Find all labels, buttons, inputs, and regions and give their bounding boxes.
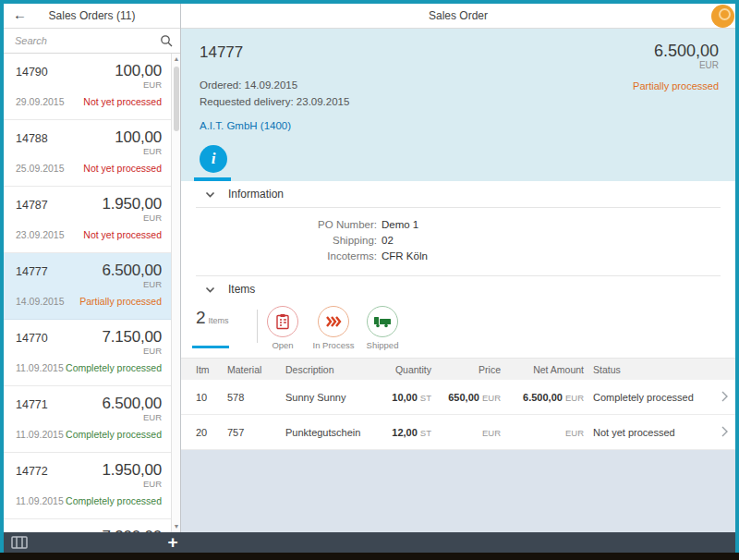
detail-header-bar: Sales Order [181,4,735,29]
section-title: Information [228,188,284,201]
scroll-down-icon[interactable]: ▼ [173,523,180,530]
customer-link[interactable]: A.I.T. GmbH (1400) [200,120,291,131]
field-label: Shipping: [181,233,377,249]
sales-order-list: 14790100,00 EUR 29.09.2015Not yet proces… [4,54,171,532]
search-input[interactable] [15,35,160,46]
scroll-up-icon[interactable]: ▲ [173,55,180,63]
table-row-item-20[interactable]: 20 757 Punktegutschein 12,00 ST EUR EUR … [181,415,735,450]
footer-bar: + [4,532,735,553]
toggle-fullscreen-icon[interactable] [11,536,28,549]
order-date: 11.09.2015 [16,495,64,506]
chevron-right-icon [721,391,728,402]
cell-quantity: 12,00 ST [378,427,431,438]
col-quantity: Quantity [378,364,431,375]
items-count-label: Items [209,316,229,325]
device-frame: ← Sales Orders (11) 14790100,00 EUR 29.0… [0,0,739,560]
master-panel: ← Sales Orders (11) 14790100,00 EUR 29.0… [4,4,181,532]
tab-information[interactable]: i [200,145,227,173]
cell-net-amount: 6.500,00 EUR [501,392,584,403]
selected-filter-indicator [192,346,229,348]
order-amount: 1.950,00 [102,195,162,213]
truck-icon [373,315,392,329]
user-avatar[interactable] [711,5,734,28]
order-amount: 100,00 [115,128,162,147]
cell-itm: 10 [196,392,227,403]
section-header-information[interactable]: Information [181,181,735,207]
filter-all-items[interactable]: 2Items [196,308,240,328]
order-amount: 100,00 [115,62,162,80]
list-item-14790[interactable]: 14790100,00 EUR 29.09.2015Not yet proces… [4,54,171,120]
cell-description: Punktegutschein [285,427,378,438]
list-item-partial[interactable]: 147737.300,00 [4,519,171,532]
object-status: Partially processed [633,80,719,91]
cell-status: Completely processed [584,392,708,403]
items-table: Itm Material Description Quantity Price … [181,359,735,450]
selected-tab-indicator [194,177,231,181]
order-amount: 6.500,00 [102,262,162,280]
col-itm: Itm [196,364,227,375]
order-currency: EUR [16,79,162,90]
information-form: PO Number:Demo 1 Shipping:02 Incoterms:C… [181,208,735,275]
table-row-item-10[interactable]: 10 578 Sunny Sunny 10,00 ST 650,00 EUR 6… [181,380,735,415]
order-status: Completely processed [66,362,162,373]
cell-price: 650,00 EUR [431,392,501,403]
order-date: 11.09.2015 [16,429,64,440]
field-label: PO Number: [181,217,377,233]
back-icon[interactable]: ← [13,6,27,22]
filter-shipped[interactable]: Shipped [357,306,408,350]
order-id: 14772 [16,465,48,478]
cell-itm: 20 [196,427,227,438]
app-window: ← Sales Orders (11) 14790100,00 EUR 29.0… [4,4,735,553]
order-date: 23.09.2015 [16,229,65,240]
order-id: 14787 [16,199,48,212]
col-description: Description [285,364,378,375]
cell-material: 578 [227,392,285,403]
chevron-right-icon [721,426,728,437]
device-bezel [0,553,739,560]
col-status: Status [584,364,708,375]
field-value: 02 [382,233,394,249]
field-value: CFR Köln [382,249,428,264]
order-amount: 7.150,00 [102,328,162,347]
search-icon[interactable] [160,34,173,47]
detail-empty-area [181,450,735,532]
object-header: 14777 6.500,00 EUR Partially processed O… [181,29,735,181]
order-date: 14.09.2015 [16,296,65,307]
cell-net-amount: EUR [501,427,584,438]
order-id: 14770 [16,332,48,345]
chevrons-icon [325,315,342,328]
order-currency: EUR [16,146,162,156]
filter-in-process[interactable]: In Process [308,306,359,350]
list-item-14772[interactable]: 147721.950,00 EUR 11.09.2015Completely p… [4,453,171,519]
cell-quantity: 10,00 ST [378,392,431,403]
cell-status: Not yet processed [584,427,708,438]
list-item-14777-selected[interactable]: 147776.500,00 EUR 14.09.2015Partially pr… [4,253,171,320]
filter-open[interactable]: Open [257,306,309,350]
order-date: 11.09.2015 [16,362,64,373]
object-title: 14777 [200,43,719,62]
master-title: Sales Orders (11) [49,9,136,22]
scroll-thumb[interactable] [174,67,179,131]
list-item-14771[interactable]: 147716.500,00 EUR 11.09.2015Completely p… [4,386,171,453]
items-filter-bar: 2Items Open [181,302,735,358]
master-header: ← Sales Orders (11) [4,4,180,29]
requested-delivery-date: Requested delivery: 23.09.2015 [200,96,349,107]
order-status: Partially processed [79,296,162,307]
clipboard-icon [275,313,290,330]
add-order-button[interactable]: + [163,531,183,553]
col-material: Material [227,364,285,375]
chevron-down-icon [205,285,215,295]
order-date: 25.09.2015 [16,163,65,174]
order-currency: EUR [16,279,162,289]
list-item-14770[interactable]: 147707.150,00 EUR 11.09.2015Completely p… [4,320,171,386]
list-item-14787[interactable]: 147871.950,00 EUR 23.09.2015Not yet proc… [4,187,171,253]
list-item-14788[interactable]: 14788100,00 EUR 25.09.2015Not yet proces… [4,120,171,187]
field-label: Incoterms: [181,249,377,264]
order-status: Not yet processed [83,96,162,107]
section-header-items[interactable]: Items [181,276,735,302]
order-amount: 1.950,00 [102,461,162,480]
order-id: 14771 [16,398,48,411]
list-scrollbar[interactable]: ▲ ▼ [171,54,180,532]
order-id: 14790 [16,66,48,79]
order-currency: EUR [16,213,162,223]
